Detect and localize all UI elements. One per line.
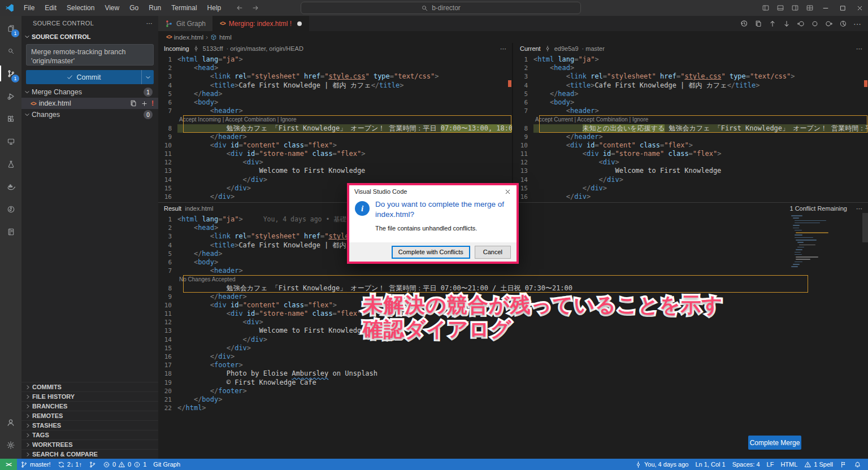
forward-arrow-icon[interactable] (251, 4, 259, 12)
breadcrumb[interactable]: <> index.html › html (158, 31, 868, 43)
code-line[interactable]: 7 <header> (158, 267, 868, 275)
code-line[interactable]: 11 <div id="store-name" class="flex"> (514, 150, 868, 158)
code-line[interactable]: 1<html lang="ja"> (514, 55, 868, 64)
code-line[interactable]: 8 未知との出会いを応援する 勉強会カフェ 「First Knowledge」 … (514, 124, 868, 133)
cursor-position[interactable]: Ln 1, Col 1 (692, 459, 728, 470)
menu-edit[interactable]: Edit (40, 3, 61, 13)
activity-testing[interactable] (0, 153, 21, 175)
code-line[interactable]: 15 </div> (514, 184, 868, 193)
menu-run[interactable]: Run (144, 3, 166, 13)
activity-search[interactable] (0, 40, 21, 62)
action-circle-icon[interactable] (811, 20, 819, 28)
stage-changes-icon[interactable] (141, 100, 148, 107)
tab-merging-index-html[interactable]: <> Merging: index.html ! (213, 16, 309, 31)
activity-accounts[interactable] (0, 411, 21, 434)
complete-merge-button[interactable]: Complete Merge (748, 436, 801, 450)
tab-git-graph[interactable]: Git Graph (158, 16, 213, 31)
code-line[interactable]: 9 </header> (158, 133, 512, 141)
commit-button[interactable]: Commit (26, 70, 154, 84)
section-remotes[interactable]: REMOTES (21, 411, 158, 420)
menu-terminal[interactable]: Terminal (167, 3, 201, 13)
activity-run-debug[interactable] (0, 85, 21, 107)
activity-git-graph[interactable] (0, 198, 21, 220)
minimize-icon[interactable] (817, 0, 834, 16)
code-line[interactable]: 4 <title>Cafe First Knowledge | 都内 カフェ</… (514, 81, 868, 90)
code-line[interactable]: 10 <div id="content" class="flex"> (514, 141, 868, 150)
action-arrow-up-icon[interactable] (769, 20, 776, 28)
back-arrow-icon[interactable] (236, 4, 244, 12)
code-line[interactable]: 6 <body> (158, 98, 512, 107)
section-worktrees[interactable]: WORKTREES (21, 439, 158, 449)
section-commits[interactable]: COMMITS (21, 382, 158, 391)
code-line[interactable]: 2 <head> (158, 64, 512, 72)
layout-panel-icon[interactable] (773, 0, 788, 16)
activity-explorer[interactable]: 1 (0, 17, 21, 40)
cancel-button[interactable]: Cancel (475, 246, 511, 259)
group-merge-changes[interactable]: Merge Changes 1 (21, 86, 158, 98)
code-line[interactable]: 9 </header> (514, 133, 868, 141)
activity-docker[interactable] (0, 175, 21, 198)
scrollbar[interactable] (862, 213, 868, 242)
layout-sidebar-left-icon[interactable] (758, 0, 773, 16)
layout-sidebar-right-icon[interactable] (788, 0, 802, 16)
code-line[interactable]: 14 </div> (514, 176, 868, 184)
section-search-compare[interactable]: SEARCH & COMPARE (21, 449, 158, 459)
commit-message-input[interactable]: Merge remote-tracking branch 'origin/mas… (26, 44, 154, 66)
activity-remote-explorer[interactable] (0, 130, 21, 153)
code-line[interactable]: 19 © First Knowledge Cafe (158, 378, 868, 387)
code-line[interactable]: 7 <header> (158, 107, 512, 115)
close-icon[interactable] (504, 188, 511, 195)
file-item-index-html[interactable]: <> index.html ! (21, 98, 158, 109)
group-changes[interactable]: Changes 0 (21, 109, 158, 120)
codelens-actions[interactable]: Accept Current | Accept Combination | Ig… (533, 115, 648, 124)
menu-view[interactable]: View (100, 3, 124, 13)
activity-notebook[interactable] (0, 220, 21, 243)
blame-status[interactable]: You, 4 days ago (631, 459, 692, 470)
code-line[interactable]: 21 </body> (158, 395, 868, 404)
indentation-status[interactable]: Spaces: 4 (729, 459, 763, 470)
code-line[interactable]: 7 <header> (514, 107, 868, 115)
code-line[interactable]: 10 <div id="content" class="flex"> (158, 141, 512, 150)
remote-indicator[interactable]: >< (0, 459, 17, 470)
section-source-control[interactable]: SOURCE CONTROL (21, 31, 158, 43)
menu-selection[interactable]: Selection (62, 3, 99, 13)
close-icon[interactable] (851, 0, 868, 16)
section-stashes[interactable]: STASHES (21, 420, 158, 430)
activity-settings[interactable] (0, 434, 21, 456)
complete-with-conflicts-button[interactable]: Complete with Conflicts (392, 246, 470, 259)
notifications-status[interactable] (850, 459, 865, 470)
code-line[interactable]: 22</html> (158, 404, 868, 412)
code-line[interactable]: 16 </div> (158, 352, 868, 361)
codelens-actions[interactable]: No Changes Accepted (177, 275, 236, 284)
eol-status[interactable]: LF (763, 459, 778, 470)
maximize-icon[interactable] (834, 0, 851, 16)
action-open-changes-icon[interactable] (754, 20, 762, 28)
more-actions-icon[interactable]: ⋯ (856, 45, 862, 53)
more-actions-icon[interactable]: ⋯ (500, 45, 506, 53)
action-circle-left-icon[interactable] (797, 20, 805, 28)
sidebar-more-actions-icon[interactable]: ⋯ (146, 20, 153, 27)
codelens-actions[interactable]: Accept Incoming | Accept Combination | I… (177, 115, 297, 124)
section-tags[interactable]: TAGS (21, 430, 158, 439)
code-line[interactable]: 8 勉強会カフェ 「First Knowledge」 オープン！ 営業時間：平日… (158, 284, 868, 293)
code-line[interactable]: 16 </div> (514, 193, 868, 201)
sync-status[interactable]: 2↓ 1↑ (54, 459, 85, 470)
code-line[interactable]: 3 <link rel="stylesheet" href="style.css… (514, 72, 868, 81)
git-graph-status[interactable]: Git Graph (150, 459, 184, 470)
menu-file[interactable]: File (19, 3, 39, 13)
code-line[interactable]: 11 <div id="store-name" class="flex"> (158, 150, 512, 158)
language-mode[interactable]: HTML (777, 459, 801, 470)
more-actions-icon[interactable]: ⋯ (856, 205, 862, 212)
open-file-icon[interactable] (129, 99, 137, 107)
section-branches[interactable]: BRANCHES (21, 401, 158, 411)
action-pie-icon[interactable] (839, 20, 847, 28)
action-more-icon[interactable]: ··· (853, 20, 861, 28)
commit-dropdown[interactable] (141, 70, 154, 84)
code-line[interactable]: 12 <div> (158, 158, 512, 167)
branch-status[interactable]: master! (17, 459, 54, 470)
section-file-history[interactable]: FILE HISTORY (21, 391, 158, 401)
spell-status[interactable]: 1 Spell (801, 459, 836, 470)
source-control-status[interactable] (85, 459, 99, 470)
code-line[interactable]: 2 <head> (514, 64, 868, 72)
code-line[interactable]: 13 Welcome to First Knowledge (514, 167, 868, 175)
